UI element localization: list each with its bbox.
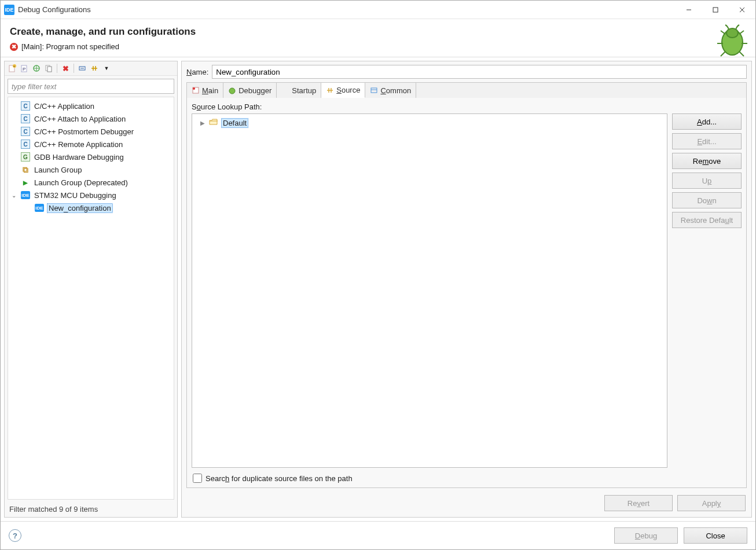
debug-bug-icon — [714, 23, 748, 57]
error-text: [Main]: Program not specified — [21, 42, 119, 51]
window-title: Debug Configurations — [18, 5, 676, 14]
tree-item[interactable]: ⧉Launch Group — [8, 163, 174, 176]
new-config-icon[interactable]: + — [7, 63, 17, 74]
tab-bar: MainDebuggerStartupSourceCommon — [186, 82, 747, 98]
tree-item[interactable]: CC/C++ Postmortem Debugger — [8, 125, 174, 138]
tab-label: Main — [202, 86, 218, 95]
minimize-button[interactable] — [676, 1, 702, 19]
tab-debugger[interactable]: Debugger — [223, 83, 277, 98]
name-input[interactable] — [212, 65, 747, 79]
tab-main[interactable]: Main — [187, 83, 223, 98]
filter-input[interactable] — [8, 79, 174, 94]
window-controls — [676, 1, 755, 19]
tree-item-label: C/C++ Attach to Application — [33, 115, 127, 123]
tree-item[interactable]: CC/C++ Attach to Application — [8, 112, 174, 125]
source-lookup-tree[interactable]: ▶ Default — [192, 113, 667, 468]
tree-item[interactable]: CC/C++ Application — [8, 100, 174, 112]
close-button[interactable] — [729, 1, 755, 19]
tree-item[interactable]: CC/C++ Remote Application — [8, 138, 174, 151]
tree-item[interactable]: GGDB Hardware Debugging — [8, 151, 174, 163]
source-tab-panel: Source Lookup Path: ▶ Default Add... — [186, 98, 747, 488]
duplicate-search-checkbox[interactable] — [193, 474, 202, 483]
configurations-tree[interactable]: CC/C++ ApplicationCC/C++ Attach to Appli… — [8, 97, 174, 500]
tree-item-default[interactable]: ▶ Default — [194, 116, 665, 129]
tree-item-label: Launch Group (Deprecated) — [33, 178, 129, 187]
svg-rect-13 — [47, 67, 52, 72]
name-row: Name: — [182, 61, 751, 82]
add-button[interactable]: Add... — [672, 113, 742, 130]
debugger-tab-icon — [228, 86, 236, 94]
tab-label: Startup — [292, 86, 316, 95]
edit-button: Edit... — [672, 133, 742, 149]
titlebar: IDE Debug Configurations — [1, 1, 755, 19]
error-row: ✖ [Main]: Program not specified — [10, 42, 746, 51]
tab-label: Source — [336, 86, 360, 94]
tree-item-label: Default — [221, 118, 248, 128]
main-tab-icon — [192, 86, 200, 94]
tree-item[interactable]: ▶Launch Group (Deprecated) — [8, 176, 174, 189]
source-lookup-label: Source Lookup Path: — [192, 102, 742, 111]
svg-text:+: + — [13, 64, 15, 68]
svg-point-5 — [726, 28, 738, 38]
app-icon: IDE — [4, 5, 14, 15]
delete-icon[interactable]: ✖ — [60, 63, 71, 74]
toolbar-separator — [57, 64, 57, 73]
filter-status: Filter matched 9 of 9 items — [5, 503, 177, 517]
dropdown-arrow-icon[interactable]: ▼ — [101, 63, 112, 74]
duplicate-icon[interactable] — [43, 63, 54, 74]
svg-point-18 — [229, 88, 235, 94]
help-icon[interactable]: ? — [9, 529, 21, 542]
tab-label: Debugger — [238, 86, 271, 95]
revert-apply-row: Revert Apply — [182, 492, 751, 517]
source-tab-icon — [326, 86, 334, 94]
startup-tab-icon — [281, 86, 289, 94]
up-button: Up — [672, 173, 742, 189]
svg-point-17 — [193, 87, 195, 90]
tree-item-label: STM32 MCU Debugging — [33, 191, 118, 200]
collapse-all-icon[interactable] — [77, 63, 87, 74]
svg-text:P: P — [23, 67, 25, 72]
duplicate-search-label: Search for duplicate source files on the… — [205, 474, 353, 483]
filter-icon[interactable] — [89, 63, 100, 74]
tab-source[interactable]: Source — [321, 83, 365, 98]
folder-icon — [209, 118, 218, 128]
expand-caret-icon[interactable]: ▶ — [200, 120, 205, 126]
new-prototype-icon[interactable]: P — [19, 63, 30, 74]
dialog-footer: ? Debug Close — [1, 521, 755, 549]
dialog-heading: Create, manage, and run configurations — [10, 26, 746, 38]
restore-default-button: Restore Default — [672, 212, 742, 228]
expand-caret-icon[interactable]: ⌄ — [12, 192, 16, 199]
close-dialog-button[interactable]: Close — [684, 527, 747, 544]
apply-button: Apply — [677, 495, 746, 511]
error-icon: ✖ — [10, 43, 18, 51]
tree-item-label: New_configuration — [47, 203, 113, 213]
tree-item-label: Launch Group — [33, 166, 83, 174]
source-buttons: Add... Edit... Remove Up Down Restore De… — [672, 113, 742, 468]
name-label: Name: — [186, 68, 208, 76]
svg-rect-1 — [713, 8, 718, 12]
tree-item-label: C/C++ Postmortem Debugger — [33, 127, 135, 136]
common-tab-icon — [370, 86, 378, 94]
tree-item[interactable]: IDENew_configuration — [8, 201, 174, 214]
dialog-window: IDE Debug Configurations Create, manage,… — [0, 0, 756, 550]
toolbar-separator — [74, 64, 74, 73]
tab-label: Common — [380, 86, 411, 95]
left-toolbar: + P ✖ ▼ — [5, 61, 177, 76]
dialog-header: Create, manage, and run configurations ✖… — [1, 19, 755, 57]
tab-common[interactable]: Common — [365, 83, 416, 98]
maximize-button[interactable] — [702, 1, 729, 19]
down-button: Down — [672, 192, 742, 208]
configurations-pane: + P ✖ ▼ CC/C++ ApplicationCC/C++ Attach … — [4, 61, 178, 518]
debug-button: Debug — [614, 527, 678, 544]
tree-item-label: C/C++ Remote Application — [33, 140, 124, 149]
dialog-body: + P ✖ ▼ CC/C++ ApplicationCC/C++ Attach … — [1, 57, 755, 521]
remove-button[interactable]: Remove — [672, 153, 742, 169]
export-icon[interactable] — [31, 63, 42, 74]
tree-item[interactable]: ⌄IDESTM32 MCU Debugging — [8, 189, 174, 201]
tab-startup[interactable]: Startup — [277, 83, 321, 98]
configuration-editor: Name: MainDebuggerStartupSourceCommon So… — [181, 61, 752, 518]
tree-item-label: C/C++ Application — [33, 102, 96, 111]
source-area: ▶ Default Add... Edit... Remove Up Down — [192, 113, 742, 468]
tree-item-label: GDB Hardware Debugging — [33, 153, 125, 162]
revert-button: Revert — [604, 495, 673, 511]
